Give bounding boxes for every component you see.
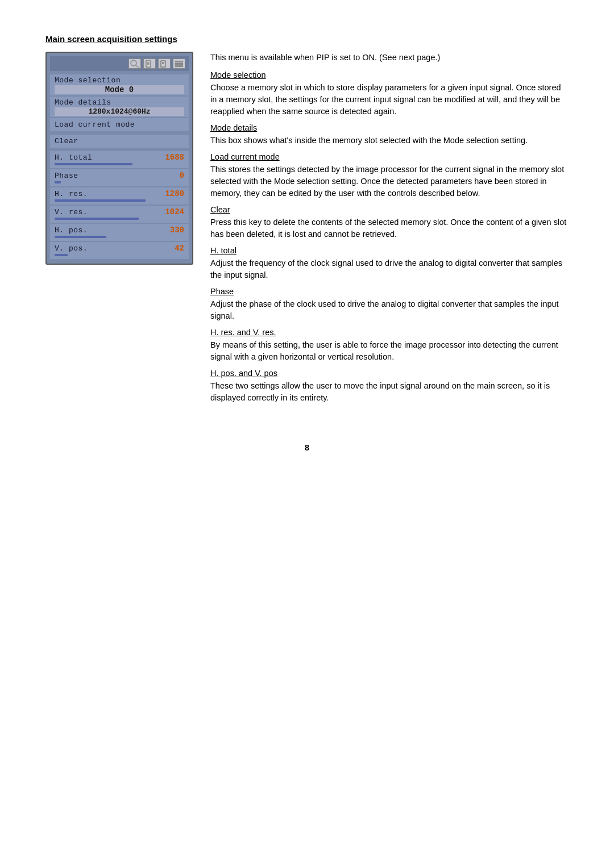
document-icon bbox=[143, 59, 156, 69]
h-res-value: 1280 bbox=[161, 189, 184, 198]
mode-selection-value: Mode 0 bbox=[55, 85, 184, 94]
phase-label: Phase bbox=[55, 172, 161, 180]
mode-details-row: Mode details 1280x1024@60Hz bbox=[50, 97, 189, 117]
h-total-value: 1688 bbox=[161, 153, 184, 162]
desc-mode-details: Mode details This box shows what's insid… bbox=[210, 122, 569, 147]
v-res-slider bbox=[55, 218, 139, 220]
desc-heading-h-res-v-res: H. res. and V. res. bbox=[210, 327, 569, 339]
desc-h-pos-v-pos: H. pos. and V. pos These two settings al… bbox=[210, 368, 569, 404]
desc-text-mode-details: This box shows what's inside the memory … bbox=[210, 135, 569, 147]
desc-text-mode-selection: Choose a memory slot in which to store d… bbox=[210, 82, 569, 118]
load-current-mode-row[interactable]: Load current mode bbox=[50, 118, 189, 131]
description-panel: This menu is available when PIP is set t… bbox=[210, 52, 569, 408]
svg-rect-10 bbox=[175, 63, 183, 65]
mode-selection-label: Mode selection bbox=[55, 76, 184, 85]
v-pos-value: 42 bbox=[161, 244, 184, 253]
desc-intro: This menu is available when PIP is set t… bbox=[210, 52, 569, 64]
load-current-mode-label: Load current mode bbox=[55, 120, 184, 129]
bars-icon bbox=[173, 59, 185, 69]
desc-clear: Clear Press this key to delete the conte… bbox=[210, 204, 569, 240]
desc-heading-h-total: H. total bbox=[210, 245, 569, 257]
mode-details-value: 1280x1024@60Hz bbox=[55, 107, 184, 116]
desc-heading-mode-details: Mode details bbox=[210, 122, 569, 134]
h-pos-row: H. pos. 330 bbox=[50, 224, 189, 241]
v-res-label: V. res. bbox=[55, 208, 161, 216]
v-pos-slider bbox=[55, 254, 68, 256]
h-pos-value: 330 bbox=[161, 226, 184, 235]
desc-heading-h-pos-v-pos: H. pos. and V. pos bbox=[210, 368, 569, 379]
h-pos-label: H. pos. bbox=[55, 226, 161, 235]
search-icon bbox=[128, 59, 141, 69]
h-res-row: H. res. 1280 bbox=[50, 187, 189, 205]
v-pos-label: V. pos. bbox=[55, 244, 161, 253]
desc-text-h-total: Adjust the frequency of the clock signal… bbox=[210, 257, 569, 281]
clear-row[interactable]: Clear bbox=[50, 135, 189, 148]
svg-point-0 bbox=[131, 60, 136, 66]
desc-mode-selection: Mode selection Choose a memory slot in w… bbox=[210, 69, 569, 118]
h-pos-slider bbox=[55, 236, 106, 238]
phase-value: 0 bbox=[161, 171, 184, 180]
desc-text-clear: Press this key to delete the contents of… bbox=[210, 216, 569, 240]
desc-h-res-v-res: H. res. and V. res. By means of this set… bbox=[210, 327, 569, 363]
v-res-row: V. res. 1024 bbox=[50, 206, 189, 223]
clear-label: Clear bbox=[55, 137, 184, 145]
desc-heading-mode-selection: Mode selection bbox=[210, 69, 569, 81]
desc-text-h-pos-v-pos: These two settings allow the user to mov… bbox=[210, 380, 569, 404]
phase-slider bbox=[55, 181, 61, 183]
document2-icon bbox=[158, 59, 171, 69]
desc-heading-phase: Phase bbox=[210, 286, 569, 298]
desc-text-phase: Adjust the phase of the clock used to dr… bbox=[210, 298, 569, 322]
h-res-label: H. res. bbox=[55, 190, 161, 198]
monitor-toolbar bbox=[50, 56, 189, 71]
v-res-value: 1024 bbox=[161, 207, 184, 216]
monitor-ui-panel: Mode selection Mode 0 Mode details 1280x… bbox=[45, 52, 193, 265]
v-pos-row: V. pos. 42 bbox=[50, 242, 189, 259]
desc-h-total: H. total Adjust the frequency of the clo… bbox=[210, 245, 569, 281]
desc-text-h-res-v-res: By means of this setting, the user is ab… bbox=[210, 339, 569, 363]
svg-rect-9 bbox=[175, 61, 183, 62]
h-total-slider bbox=[55, 163, 132, 165]
page-number: 8 bbox=[45, 443, 569, 452]
mode-details-label: Mode details bbox=[55, 98, 184, 107]
svg-rect-11 bbox=[175, 65, 183, 67]
phase-row: Phase 0 bbox=[50, 169, 189, 186]
h-res-slider bbox=[55, 199, 146, 202]
h-total-label: H. total bbox=[55, 153, 161, 162]
page-container: Main screen acquisition settings bbox=[45, 34, 569, 452]
desc-heading-load-current-mode: Load current mode bbox=[210, 151, 569, 163]
desc-heading-clear: Clear bbox=[210, 204, 569, 216]
svg-line-1 bbox=[136, 65, 139, 68]
page-title: Main screen acquisition settings bbox=[45, 34, 569, 44]
desc-text-load-current-mode: This stores the settings detected by the… bbox=[210, 164, 569, 199]
desc-load-current-mode: Load current mode This stores the settin… bbox=[210, 151, 569, 199]
mode-selection-row: Mode selection Mode 0 bbox=[50, 74, 189, 95]
desc-phase: Phase Adjust the phase of the clock used… bbox=[210, 286, 569, 322]
h-total-row: H. total 1688 bbox=[50, 151, 189, 168]
content-row: Mode selection Mode 0 Mode details 1280x… bbox=[45, 52, 569, 408]
